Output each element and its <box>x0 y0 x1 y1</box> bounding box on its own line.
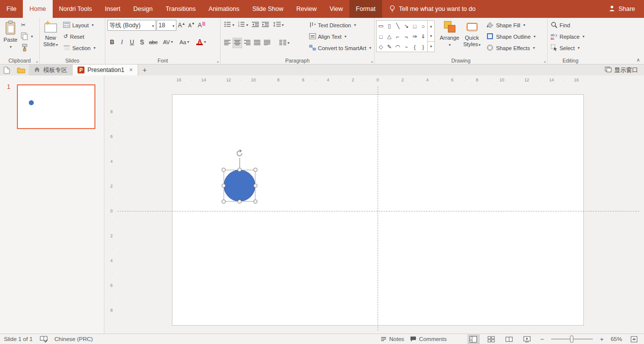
show-window-button[interactable]: 显示窗口 <box>599 65 644 75</box>
cut-button[interactable]: ✂ <box>19 19 34 31</box>
shape-option[interactable]: ╲ <box>394 21 402 31</box>
shape-option[interactable]: ⌐ <box>394 31 402 42</box>
strikethrough-button[interactable]: abc <box>147 37 160 47</box>
new-slide-button[interactable]: New Slide <box>41 19 60 49</box>
font-size-combo[interactable]: 18 <box>157 20 176 31</box>
paste-dropdown[interactable] <box>9 43 12 50</box>
resize-handle-n[interactable] <box>238 168 242 172</box>
bullets-button[interactable] <box>223 20 236 30</box>
zoom-slider[interactable] <box>551 339 593 340</box>
clipboard-dialog-launcher[interactable] <box>36 59 38 63</box>
section-button[interactable]: Section <box>62 42 97 54</box>
select-button[interactable]: Select <box>549 42 592 54</box>
share-button[interactable]: Share <box>600 0 644 18</box>
font-color-button[interactable]: A <box>193 37 210 47</box>
resize-handle-sw[interactable] <box>222 200 226 204</box>
shape-outline-button[interactable]: Shape Outline <box>484 31 537 42</box>
shape-option[interactable]: ⇓ <box>419 31 427 42</box>
resize-handle-nw[interactable] <box>222 168 226 172</box>
ribbon-tab-transitions[interactable]: Transitions <box>159 0 202 18</box>
underline-button[interactable]: U <box>127 37 137 47</box>
italic-button[interactable]: I <box>117 37 127 47</box>
zoom-out-button[interactable]: − <box>539 336 545 343</box>
distribute-text-button[interactable] <box>262 38 272 48</box>
open-folder-button[interactable] <box>13 65 29 75</box>
zoom-in-button[interactable]: + <box>599 336 605 343</box>
fit-to-window-button[interactable] <box>628 335 640 344</box>
shape-gallery-scroll-up[interactable]: ▲ <box>428 21 434 31</box>
align-text-button[interactable]: Align Text <box>308 31 373 42</box>
align-right-button[interactable] <box>242 38 252 48</box>
shape-gallery-more[interactable]: ▼ <box>428 41 434 52</box>
slide-show-button[interactable] <box>521 335 533 344</box>
text-direction-button[interactable]: Text Direction <box>308 19 373 31</box>
comments-button[interactable]: Comments <box>410 336 447 342</box>
character-spacing-button[interactable]: AV <box>160 37 176 47</box>
shape-option[interactable]: ¬ <box>402 31 410 42</box>
arrange-button[interactable]: Arrange <box>438 19 461 49</box>
shape-gallery-scroll-down[interactable]: ▼ <box>428 31 434 41</box>
ribbon-tab-slide-show[interactable]: Slide Show <box>246 0 290 18</box>
shape-option[interactable]: ~ <box>402 42 410 52</box>
shape-option[interactable]: ▯ <box>385 21 394 31</box>
notes-button[interactable]: Notes <box>381 336 404 342</box>
shape-fill-button[interactable]: Shape Fill <box>484 19 537 31</box>
language-button[interactable]: Chinese (PRC) <box>55 336 93 342</box>
vertical-guide[interactable] <box>378 86 378 331</box>
slide-sorter-view-button[interactable] <box>485 335 497 344</box>
ribbon-tab-animations[interactable]: Animations <box>202 0 246 18</box>
ribbon-tab-nordri-tools[interactable]: Nordri Tools <box>53 0 98 18</box>
line-spacing-button[interactable] <box>270 20 286 30</box>
shape-option[interactable]: ✎ <box>385 42 394 52</box>
format-painter-button[interactable] <box>19 42 34 54</box>
shape-option[interactable]: ▭ <box>377 21 385 31</box>
shape-option[interactable]: } <box>419 42 427 52</box>
bold-button[interactable]: B <box>107 37 117 47</box>
spellcheck-button[interactable] <box>40 336 48 343</box>
resize-handle-e[interactable] <box>253 184 257 188</box>
decrease-font-size-button[interactable]: A▼ <box>187 20 196 31</box>
decrease-indent-button[interactable] <box>250 20 260 30</box>
font-name-combo[interactable]: 等线 (Body) <box>107 20 156 31</box>
resize-handle-ne[interactable] <box>253 168 257 172</box>
font-dialog-launcher[interactable] <box>217 59 219 63</box>
numbering-button[interactable]: 123 <box>237 20 250 30</box>
shape-option[interactable]: △ <box>385 31 394 42</box>
template-zone-tab[interactable]: 模板专区 <box>29 65 73 75</box>
horizontal-guide[interactable] <box>117 211 639 211</box>
presentation-tab[interactable]: P Presentation1 × <box>73 65 138 75</box>
shape-option[interactable]: □ <box>410 21 419 31</box>
find-button[interactable]: Find <box>549 19 592 31</box>
ribbon-tab-view[interactable]: View <box>323 0 349 18</box>
paste-button[interactable]: Paste <box>1 19 19 51</box>
ribbon-tab-insert[interactable]: Insert <box>98 0 127 18</box>
shape-option[interactable]: ◠ <box>394 42 402 52</box>
shape-option[interactable]: ⇒ <box>410 31 419 42</box>
increase-indent-button[interactable] <box>260 20 270 30</box>
resize-handle-s[interactable] <box>238 200 242 204</box>
resize-handle-se[interactable] <box>253 200 257 204</box>
increase-font-size-button[interactable]: A▲ <box>177 20 186 31</box>
copy-button[interactable] <box>19 31 34 42</box>
align-left-button[interactable] <box>223 38 232 48</box>
shape-option[interactable]: { <box>410 42 419 52</box>
reading-view-button[interactable] <box>503 335 515 344</box>
align-center-button[interactable] <box>233 38 242 48</box>
slide-thumbnail[interactable] <box>17 84 95 129</box>
shape-option[interactable]: ○ <box>419 21 427 31</box>
convert-to-smartart-button[interactable]: Convert to SmartArt <box>308 42 373 54</box>
ribbon-tab-format[interactable]: Format <box>349 0 382 18</box>
collapse-ribbon-button[interactable]: ∧ <box>637 57 640 63</box>
drawing-dialog-launcher[interactable] <box>544 59 546 63</box>
new-file-button[interactable] <box>0 65 13 75</box>
change-case-button[interactable]: Aa <box>176 37 192 47</box>
paragraph-dialog-launcher[interactable] <box>371 59 373 63</box>
text-shadow-button[interactable]: S <box>137 37 147 47</box>
tell-me-box[interactable]: Tell me what you want to do <box>382 0 483 18</box>
reset-button[interactable]: ↺Reset <box>62 31 97 42</box>
zoom-slider-thumb[interactable] <box>570 336 573 343</box>
ribbon-tab-file[interactable]: File <box>0 0 23 18</box>
rotation-handle[interactable] <box>236 149 244 157</box>
zoom-level[interactable]: 65% <box>611 336 622 342</box>
shape-effects-button[interactable]: Shape Effects <box>484 42 537 54</box>
